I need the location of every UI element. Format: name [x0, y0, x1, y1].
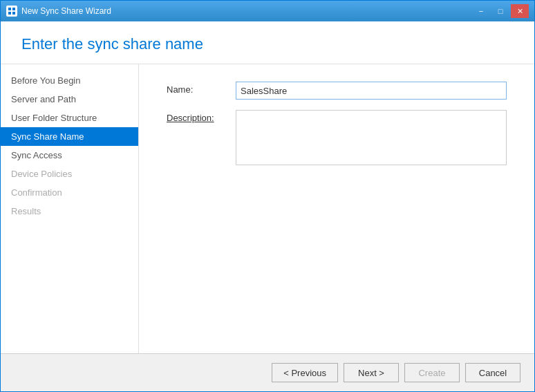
name-label: Name:	[167, 82, 236, 95]
next-button[interactable]: Next >	[344, 363, 399, 382]
minimize-button[interactable]: −	[472, 4, 490, 18]
sidebar-item-confirmation: Confirmation	[1, 183, 138, 202]
description-label: Description:	[167, 110, 236, 123]
sidebar-item-sync-access[interactable]: Sync Access	[1, 146, 138, 165]
create-button[interactable]: Create	[404, 363, 460, 382]
close-button[interactable]: ✕	[511, 4, 529, 18]
sidebar-item-server-and-path[interactable]: Server and Path	[1, 90, 138, 109]
page-header: Enter the sync share name	[1, 21, 534, 64]
name-input[interactable]	[236, 82, 507, 100]
title-controls: − □ ✕	[472, 4, 529, 18]
name-row: Name:	[167, 82, 507, 100]
main-area: Before You Begin Server and Path User Fo…	[1, 64, 534, 353]
previous-button[interactable]: < Previous	[272, 363, 338, 382]
title-text: New Sync Share Wizard	[21, 6, 111, 16]
sidebar-item-results: Results	[1, 202, 138, 221]
description-input[interactable]	[236, 110, 507, 165]
app-icon	[6, 6, 17, 17]
svg-rect-2	[8, 12, 11, 15]
title-bar-left: New Sync Share Wizard	[6, 6, 111, 17]
form-area: Name: Description:	[139, 64, 534, 353]
description-row: Description:	[167, 110, 507, 165]
svg-rect-3	[12, 12, 15, 15]
sidebar-item-user-folder-structure[interactable]: User Folder Structure	[1, 109, 138, 127]
wizard-window: New Sync Share Wizard − □ ✕ Enter the sy…	[0, 0, 535, 392]
sidebar-item-device-policies: Device Policies	[1, 165, 138, 183]
sidebar: Before You Begin Server and Path User Fo…	[1, 64, 139, 353]
sidebar-item-before-you-begin[interactable]: Before You Begin	[1, 71, 138, 90]
footer: < Previous Next > Create Cancel	[1, 353, 534, 391]
svg-rect-1	[12, 8, 15, 10]
content-area: Enter the sync share name Before You Beg…	[1, 21, 534, 353]
cancel-button[interactable]: Cancel	[465, 363, 520, 382]
sidebar-item-sync-share-name[interactable]: Sync Share Name	[1, 127, 138, 146]
svg-rect-0	[8, 8, 11, 10]
page-title: Enter the sync share name	[21, 35, 514, 53]
title-bar: New Sync Share Wizard − □ ✕	[1, 1, 534, 21]
maximize-button[interactable]: □	[491, 4, 509, 18]
